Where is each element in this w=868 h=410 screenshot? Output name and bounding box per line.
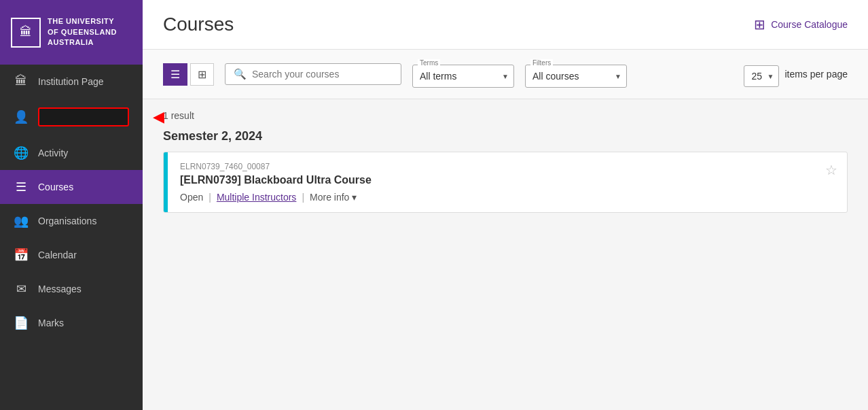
sidebar-logo: 🏛 The University of Queensland Australia bbox=[0, 0, 143, 65]
filters-label: Filters bbox=[530, 59, 553, 67]
sidebar-item-label: Messages bbox=[38, 284, 82, 294]
terms-select[interactable]: All terms bbox=[412, 65, 514, 88]
main-content: Courses ⊞ Course Catalogue ☰ ⊞ 🔍 Terms A… bbox=[143, 0, 868, 410]
view-toggle: ☰ ⊞ bbox=[163, 63, 214, 86]
per-page-wrapper: 25 items per page bbox=[744, 61, 848, 87]
terms-select-wrapper: Terms All terms bbox=[412, 65, 514, 88]
sidebar-item-marks[interactable]: 📄 Marks bbox=[0, 306, 143, 340]
marks-icon: 📄 bbox=[14, 315, 29, 330]
organisations-icon: 👥 bbox=[14, 213, 29, 228]
activity-icon: 🌐 bbox=[14, 146, 29, 160]
course-status: Open bbox=[180, 192, 203, 203]
instructors-link[interactable]: Multiple Instructors bbox=[217, 192, 296, 203]
user-name-box bbox=[38, 107, 129, 126]
more-info-button[interactable]: More info ▾ bbox=[310, 192, 357, 203]
sidebar-item-messages[interactable]: ✉ Messages bbox=[0, 272, 143, 306]
sidebar-item-courses[interactable]: ☰ Courses bbox=[0, 170, 143, 204]
sidebar-item-user[interactable]: 👤 ◀ bbox=[0, 98, 143, 136]
university-logo-icon: 🏛 bbox=[11, 18, 41, 48]
sidebar-item-label: Organisations bbox=[38, 216, 96, 226]
sidebar-item-label: Institution Page bbox=[38, 76, 104, 87]
per-page-select[interactable]: 25 bbox=[744, 65, 779, 87]
sidebar-item-label: Activity bbox=[38, 148, 68, 158]
messages-icon: ✉ bbox=[14, 281, 29, 296]
page-title: Courses bbox=[163, 14, 234, 35]
course-catalogue-link[interactable]: ⊞ Course Catalogue bbox=[754, 16, 848, 33]
user-icon: 👤 bbox=[14, 109, 29, 124]
course-card-body: ELRN0739_7460_00087 [ELRN0739] Blackboar… bbox=[168, 152, 816, 212]
grid-view-button[interactable]: ⊞ bbox=[190, 63, 214, 86]
results-count: 1 result bbox=[163, 110, 848, 121]
course-card: ELRN0739_7460_00087 [ELRN0739] Blackboar… bbox=[163, 152, 848, 213]
per-page-select-wrapper: 25 bbox=[744, 65, 779, 87]
filters-select[interactable]: All courses bbox=[525, 65, 627, 88]
red-arrow-indicator: ◀ bbox=[153, 108, 164, 126]
list-view-button[interactable]: ☰ bbox=[163, 63, 187, 86]
filters-select-wrapper: Filters All courses bbox=[525, 65, 627, 88]
toolbar: ☰ ⊞ 🔍 Terms All terms Filters All course… bbox=[143, 50, 868, 99]
star-button[interactable]: ☆ bbox=[816, 152, 847, 212]
course-name: [ELRN0739] Blackboard Ultra Course bbox=[180, 174, 803, 186]
catalogue-icon: ⊞ bbox=[754, 16, 765, 33]
sidebar-item-institution-page[interactable]: 🏛 Institution Page bbox=[0, 65, 143, 98]
courses-content: 1 result Semester 2, 2024 ELRN0739_7460_… bbox=[143, 99, 868, 410]
semester-heading: Semester 2, 2024 bbox=[163, 129, 848, 143]
search-input[interactable] bbox=[252, 69, 393, 80]
separator: | bbox=[209, 192, 211, 203]
course-id: ELRN0739_7460_00087 bbox=[180, 162, 803, 171]
more-info-label: More info bbox=[310, 192, 349, 203]
sidebar-item-label: Courses bbox=[38, 182, 73, 192]
catalogue-label: Course Catalogue bbox=[771, 19, 848, 30]
university-name: The University of Queensland Australia bbox=[48, 16, 117, 48]
sidebar-item-calendar[interactable]: 📅 Calendar bbox=[0, 238, 143, 272]
search-box: 🔍 bbox=[225, 63, 401, 85]
terms-label: Terms bbox=[418, 59, 440, 67]
courses-icon: ☰ bbox=[14, 180, 29, 194]
sidebar-item-label: Marks bbox=[38, 318, 64, 328]
course-meta: Open | Multiple Instructors | More info … bbox=[180, 192, 803, 203]
sidebar-item-organisations[interactable]: 👥 Organisations bbox=[0, 204, 143, 238]
sidebar-item-label: Calendar bbox=[38, 250, 77, 260]
institution-icon: 🏛 bbox=[14, 74, 29, 88]
separator2: | bbox=[302, 192, 304, 203]
sidebar: 🏛 The University of Queensland Australia… bbox=[0, 0, 143, 410]
sidebar-item-activity[interactable]: 🌐 Activity bbox=[0, 136, 143, 170]
chevron-down-icon: ▾ bbox=[352, 192, 357, 203]
main-header: Courses ⊞ Course Catalogue bbox=[143, 0, 868, 50]
per-page-label: items per page bbox=[784, 69, 848, 80]
search-icon: 🔍 bbox=[234, 68, 247, 80]
sidebar-nav: 🏛 Institution Page 👤 ◀ 🌐 Activity ☰ Cour… bbox=[0, 65, 143, 410]
calendar-icon: 📅 bbox=[14, 247, 29, 262]
